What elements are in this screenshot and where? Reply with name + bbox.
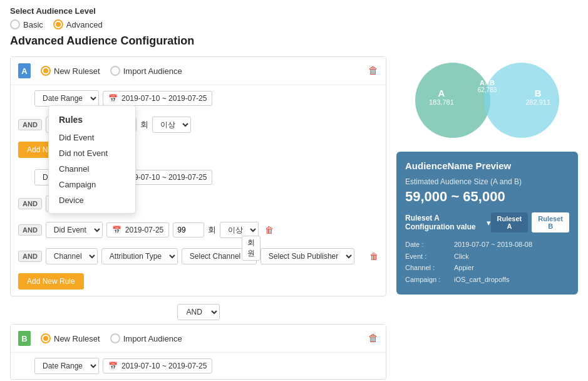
ruleset-a-card: A New Ruleset Import Audience 🗑: [10, 56, 386, 296]
radio-basic-circle: [10, 19, 20, 29]
section-title: Advanced Audience Configuration: [10, 34, 578, 48]
date-value-b2[interactable]: 📅 2019-07-25: [106, 222, 169, 237]
ruleset-a-label: A: [18, 63, 31, 78]
date-text-b: 2019-07-10 ~ 2019-07-25: [121, 362, 207, 370]
dropdown-title: Rules: [49, 111, 135, 130]
ruleset-a-button[interactable]: Ruleset A: [491, 212, 529, 232]
new-ruleset-b-radio-circle: [41, 333, 51, 343]
date-range-select-a[interactable]: Date Range: [34, 90, 99, 107]
count-input-b2[interactable]: [173, 222, 204, 237]
dropdown-did-not-event[interactable]: Did not Event: [49, 145, 135, 161]
tooltip-won: 원: [247, 248, 255, 259]
config-event-value: Click: [454, 251, 569, 263]
and-badge-b2: AND: [18, 224, 42, 236]
radio-basic[interactable]: Basic: [10, 19, 43, 29]
ruleset-buttons: Ruleset A Ruleset B: [491, 212, 570, 232]
tooltip-hui: 회: [247, 237, 255, 248]
and-badge-b3: AND: [18, 251, 42, 262]
ruleset-b-options: New Ruleset Import Audience: [41, 333, 358, 343]
venn-b-count: 282,911: [525, 98, 550, 106]
new-ruleset-b-label: New Ruleset: [54, 334, 100, 343]
config-channel-row: Channel : Appier: [405, 262, 569, 274]
and-connector: AND OR: [10, 304, 386, 320]
venn-b-label: B: [525, 88, 550, 98]
calendar-icon-a: 📅: [108, 94, 118, 103]
preview-title: AudienceName Preview: [405, 160, 569, 171]
date-range-select-b[interactable]: Date Range: [34, 358, 99, 374]
rules-dropdown: Rules Did Event Did not Event Channel Ca…: [48, 105, 136, 214]
ruleset-b-header: B New Ruleset Import Audience 🗑: [11, 325, 386, 353]
config-campaign-row: Campaign : iOS_cart_dropoffs: [405, 274, 569, 286]
venn-ab-count: 62,783: [478, 86, 497, 93]
event-select-b2[interactable]: Did Event: [46, 222, 103, 238]
dropdown-campaign[interactable]: Campaign: [49, 177, 135, 192]
ruleset-b-card: B New Ruleset Import Audience 🗑: [10, 324, 386, 380]
channel-select[interactable]: Channel: [46, 248, 98, 264]
ruleset-a-header: A New Ruleset Import Audience 🗑: [11, 57, 386, 85]
dropdown-did-event[interactable]: Did Event: [49, 130, 135, 145]
ruleset-a-event-row: AND Ads Click 회 이상 Rules Did Event Did n…: [11, 112, 386, 138]
ruleset-b-date-row: Date Range 📅 2019-07-10 ~ 2019-07-25: [11, 353, 386, 379]
ruleset-config: Ruleset A Configuration value ▾ Ruleset …: [405, 212, 569, 232]
calendar-icon-b2: 📅: [112, 226, 121, 234]
venn-ab-label: A∩B: [478, 79, 497, 86]
date-text-a: 2019-07-10 ~ 2019-07-25: [121, 94, 207, 103]
venn-diagram: A 183,781 A∩B 62,783 B 282,911: [396, 56, 578, 144]
import-audience-a-label: Import Audience: [123, 66, 182, 76]
ruleset-b-label: B: [18, 331, 31, 346]
config-channel-value: Appier: [454, 262, 569, 274]
new-ruleset-b-radio[interactable]: New Ruleset: [41, 333, 100, 343]
delete-channel-row[interactable]: 🗑: [369, 251, 378, 261]
config-date-value: 2019-07-07 ~ 2019-08-08: [454, 239, 569, 251]
config-date-row: Date : 2019-07-07 ~ 2019-08-08: [405, 239, 569, 251]
date-text-b2: 2019-07-25: [125, 226, 163, 234]
channel-row: AND Channel Attribution Type Select Chan…: [11, 243, 386, 269]
date-value-a[interactable]: 📅 2019-07-10 ~ 2019-07-25: [103, 91, 212, 106]
dropdown-device[interactable]: Device: [49, 192, 135, 208]
audience-preview: AudienceName Preview Estimated Audience …: [396, 152, 578, 295]
radio-advanced[interactable]: Advanced: [53, 19, 103, 29]
import-audience-a-radio[interactable]: Import Audience: [110, 66, 182, 76]
date-value-b[interactable]: 📅 2019-07-10 ~ 2019-07-25: [103, 358, 212, 373]
import-audience-b-radio[interactable]: Import Audience: [110, 333, 182, 343]
config-campaign-label: Campaign :: [405, 274, 449, 286]
import-audience-b-label: Import Audience: [123, 334, 182, 343]
and-badge-b1: AND: [18, 198, 42, 209]
import-audience-b-circle: [110, 333, 120, 343]
select-sub-publisher-select[interactable]: Select Sub Publisher: [260, 248, 354, 264]
unit-label-b2: 회: [208, 224, 216, 236]
attribution-type-select[interactable]: Attribution Type: [101, 248, 178, 264]
advanced-label: Advanced: [66, 20, 103, 29]
delete-ruleset-b-button[interactable]: 🗑: [368, 333, 378, 344]
venn-a-label: A: [429, 88, 454, 98]
basic-label: Basic: [23, 20, 43, 29]
config-event-label: Event :: [405, 251, 449, 263]
audience-level-title: Select Audience Level: [10, 6, 578, 16]
config-event-row: Event : Click: [405, 251, 569, 263]
ruleset-b-button[interactable]: Ruleset B: [532, 212, 569, 232]
ruleset-a-options: New Ruleset Import Audience: [41, 66, 358, 76]
new-ruleset-a-label: New Ruleset: [54, 66, 100, 76]
import-audience-a-circle: [110, 66, 120, 76]
add-rule-b-button[interactable]: Add New Rule: [18, 273, 84, 290]
and-dropdown[interactable]: AND OR: [177, 304, 220, 320]
radio-advanced-circle: [53, 19, 63, 29]
calendar-icon-b: 📅: [108, 362, 118, 370]
config-campaign-value: iOS_cart_dropoffs: [454, 274, 569, 286]
new-ruleset-a-radio[interactable]: New Ruleset: [41, 66, 100, 76]
dropdown-channel[interactable]: Channel: [49, 161, 135, 177]
unit-label-a: 회: [140, 119, 148, 130]
delete-row-b2[interactable]: 🗑: [265, 225, 274, 235]
config-date-label: Date :: [405, 239, 449, 251]
delete-ruleset-a-button[interactable]: 🗑: [368, 65, 378, 76]
config-channel-label: Channel :: [405, 262, 449, 274]
did-event-row: AND Did Event 📅 2019-07-25 회 이상 🗑: [11, 217, 386, 243]
chevron-down-icon: ▾: [487, 218, 491, 227]
preview-subtitle: Estimated Audience Size (A and B): [405, 177, 569, 186]
preview-size: 59,000 ~ 65,000: [405, 189, 569, 205]
ruleset-config-label: Ruleset A Configuration value: [405, 214, 484, 231]
venn-a-count: 183,781: [429, 98, 454, 106]
condition-select-a[interactable]: 이상: [152, 117, 191, 133]
new-ruleset-a-radio-circle: [41, 66, 51, 76]
config-details: Date : 2019-07-07 ~ 2019-08-08 Event : C…: [405, 239, 569, 286]
